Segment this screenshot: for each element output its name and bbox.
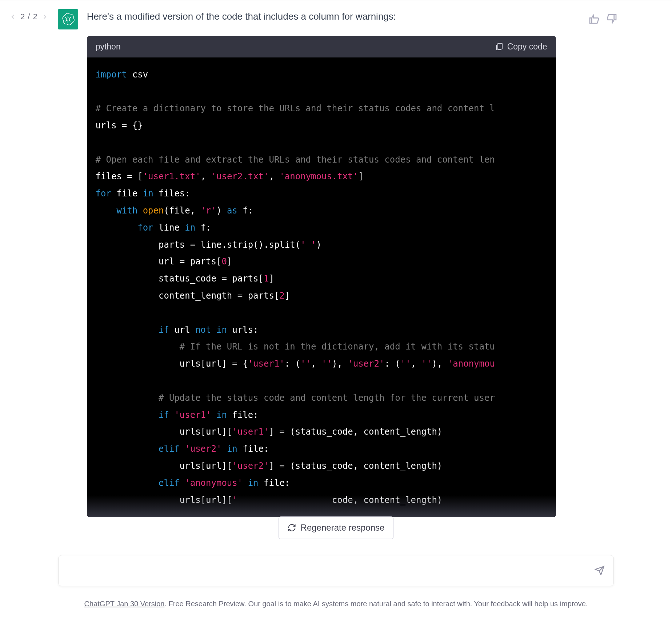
- send-button[interactable]: [595, 566, 605, 576]
- message-input[interactable]: [67, 566, 595, 576]
- code-block: python Copy code import csv # Create a d…: [87, 36, 556, 518]
- refresh-icon: [288, 523, 296, 532]
- footer: ChatGPT Jan 30 Version. Free Research Pr…: [0, 600, 672, 608]
- message-input-container: [58, 555, 614, 586]
- version-link[interactable]: ChatGPT Jan 30 Version: [84, 600, 165, 608]
- pagination: 2 / 2: [9, 12, 49, 21]
- send-icon: [595, 566, 605, 576]
- clipboard-icon: [495, 42, 504, 51]
- copy-code-button[interactable]: Copy code: [495, 42, 547, 52]
- thumbs-up-button[interactable]: [588, 13, 600, 25]
- code-language: python: [96, 42, 121, 52]
- pagination-current: 2: [20, 12, 25, 21]
- pagination-total: 2: [33, 12, 37, 21]
- message-row: 2 / 2 Here's a modified version of the c…: [0, 0, 672, 517]
- feedback-buttons: [588, 13, 617, 25]
- assistant-avatar: [58, 9, 78, 29]
- message-content: Here's a modified version of the code th…: [87, 9, 672, 517]
- thumbs-down-button[interactable]: [606, 13, 617, 25]
- footer-text: . Free Research Preview. Our goal is to …: [164, 600, 588, 608]
- message-text: Here's a modified version of the code th…: [87, 9, 617, 24]
- next-arrow-icon[interactable]: [40, 14, 49, 20]
- pagination-separator: /: [28, 12, 30, 21]
- prev-arrow-icon[interactable]: [9, 14, 17, 20]
- svg-rect-0: [498, 43, 502, 49]
- regenerate-button[interactable]: Regenerate response: [279, 516, 394, 539]
- copy-code-label: Copy code: [507, 42, 547, 52]
- code-header: python Copy code: [87, 36, 556, 57]
- code-content[interactable]: import csv # Create a dictionary to stor…: [87, 57, 556, 518]
- regenerate-label: Regenerate response: [301, 523, 385, 533]
